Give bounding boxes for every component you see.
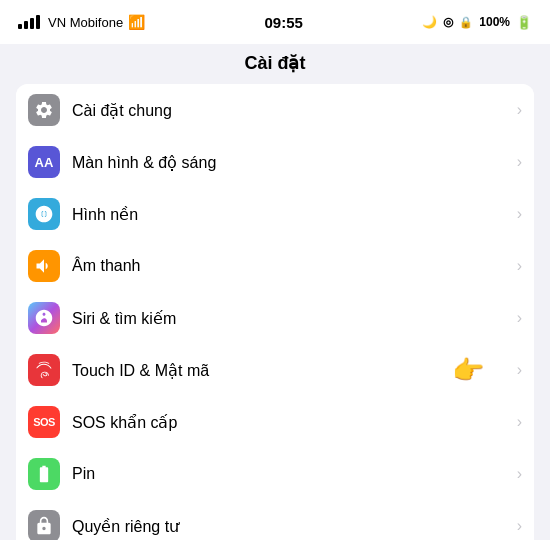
touchid-label: Touch ID & Mật mã — [72, 361, 513, 380]
display-icon: AA — [28, 146, 60, 178]
sos-label: SOS khẩn cấp — [72, 413, 513, 432]
settings-section-1: Cài đặt chung › AA Màn hình & độ sáng › … — [16, 84, 534, 540]
settings-item-privacy[interactable]: Quyền riêng tư › — [16, 500, 534, 540]
settings-item-hinh-nen[interactable]: Hình nền › — [16, 188, 534, 240]
chevron-icon: › — [517, 205, 522, 223]
man-hinh-label: Màn hình & độ sáng — [72, 153, 513, 172]
chevron-icon: › — [517, 153, 522, 171]
cai-dat-chung-label: Cài đặt chung — [72, 101, 513, 120]
am-thanh-label: Âm thanh — [72, 257, 513, 275]
battery-label: 100% — [479, 15, 510, 29]
siri-icon — [28, 302, 60, 334]
chevron-icon: › — [517, 413, 522, 431]
privacy-icon — [28, 510, 60, 540]
location-icon: ◎ — [443, 15, 453, 29]
wifi-icon: 📶 — [128, 14, 145, 30]
status-right: 🌙 ◎ 🔒 100% 🔋 — [422, 15, 532, 30]
page-title: Cài đặt — [0, 44, 550, 84]
chevron-icon: › — [517, 101, 522, 119]
carrier-label: VN Mobifone — [48, 15, 123, 30]
battery-icon — [28, 458, 60, 490]
settings-item-cai-dat-chung[interactable]: Cài đặt chung › — [16, 84, 534, 136]
chevron-icon: › — [517, 465, 522, 483]
chevron-icon: › — [517, 361, 522, 379]
settings-item-pin[interactable]: Pin › — [16, 448, 534, 500]
sound-icon — [28, 250, 60, 282]
privacy-label: Quyền riêng tư — [72, 517, 513, 536]
status-left: VN Mobifone 📶 — [18, 14, 145, 30]
settings-item-sos[interactable]: SOS SOS khẩn cấp › — [16, 396, 534, 448]
sos-icon: SOS — [28, 406, 60, 438]
chevron-icon: › — [517, 309, 522, 327]
chevron-icon: › — [517, 517, 522, 535]
settings-item-man-hinh[interactable]: AA Màn hình & độ sáng › — [16, 136, 534, 188]
settings-item-touch-id[interactable]: Touch ID & Mật mã 👉 › — [16, 344, 534, 396]
gear-icon — [28, 94, 60, 126]
pin-label: Pin — [72, 465, 513, 483]
wallpaper-icon — [28, 198, 60, 230]
settings-item-siri[interactable]: Siri & tìm kiếm › — [16, 292, 534, 344]
hinh-nen-label: Hình nền — [72, 205, 513, 224]
svg-point-0 — [42, 212, 47, 217]
chevron-icon: › — [517, 257, 522, 275]
status-bar: VN Mobifone 📶 09:55 🌙 ◎ 🔒 100% 🔋 — [0, 0, 550, 44]
lock-icon: 🔒 — [459, 16, 473, 29]
settings-item-am-thanh[interactable]: Âm thanh › — [16, 240, 534, 292]
battery-icon: 🔋 — [516, 15, 532, 30]
signal-bars — [18, 15, 40, 29]
time-display: 09:55 — [265, 14, 303, 31]
moon-icon: 🌙 — [422, 15, 437, 29]
touchid-icon — [28, 354, 60, 386]
siri-label: Siri & tìm kiếm — [72, 309, 513, 328]
